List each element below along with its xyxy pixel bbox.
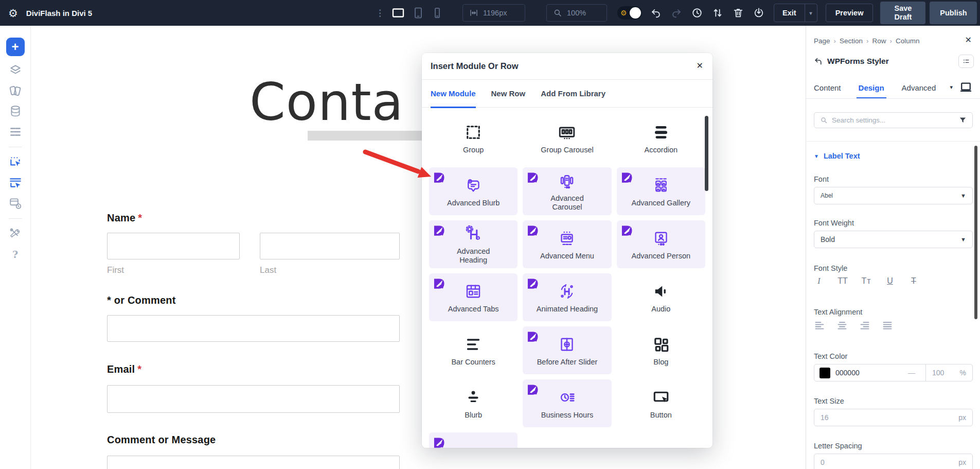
text-size-input[interactable]: 16 px bbox=[814, 409, 973, 426]
module-accordion[interactable]: Accordion bbox=[617, 114, 705, 162]
settings-search-input[interactable] bbox=[832, 116, 955, 124]
module-label: Group Carousel bbox=[541, 146, 593, 154]
align-left-button[interactable] bbox=[814, 320, 825, 331]
module-presets-icon[interactable] bbox=[9, 197, 22, 210]
breadcrumb-item-page[interactable]: Page bbox=[814, 37, 830, 45]
modal-tab-new-module[interactable]: New Module bbox=[431, 80, 476, 108]
settings-search[interactable] bbox=[814, 112, 973, 128]
label-text-section-toggle[interactable]: ▼ Label Text bbox=[814, 152, 860, 160]
modal-scrollbar-thumb[interactable] bbox=[705, 116, 708, 191]
font-style-uppercase-button[interactable]: TT bbox=[838, 276, 848, 286]
module-partial-megaphone[interactable] bbox=[523, 432, 611, 448]
settings-gear-icon[interactable]: ⚙ bbox=[8, 8, 18, 19]
trash-icon[interactable] bbox=[733, 7, 744, 19]
filter-funnel-icon[interactable] bbox=[959, 116, 967, 124]
font-select[interactable]: Abel ▼ bbox=[814, 187, 973, 204]
module-group-carousel[interactable]: Group Carousel bbox=[523, 114, 611, 162]
panel-options-button[interactable] bbox=[958, 55, 974, 68]
module-advanced-blurb[interactable]: Advanced Blurb bbox=[429, 167, 518, 215]
back-arrow-icon[interactable] bbox=[814, 57, 823, 66]
publish-button[interactable]: Publish bbox=[930, 2, 977, 24]
swap-arrows-icon[interactable] bbox=[712, 7, 723, 19]
undo-icon[interactable] bbox=[650, 7, 662, 19]
canvas-width-field[interactable]: 1196px bbox=[462, 4, 525, 22]
database-icon[interactable] bbox=[9, 105, 22, 118]
email-input[interactable] bbox=[107, 385, 400, 413]
page-heading[interactable]: Conta bbox=[250, 72, 404, 132]
wireframe-view-icon[interactable] bbox=[9, 125, 22, 138]
module-blog[interactable]: Blog bbox=[617, 326, 705, 374]
font-weight-select[interactable]: Bold ▼ bbox=[814, 231, 973, 248]
style-presets-icon[interactable] bbox=[9, 84, 22, 97]
module-bar-counters[interactable]: Bar Counters bbox=[429, 326, 518, 374]
module-group[interactable]: Group bbox=[429, 114, 518, 162]
panel-scrollbar-thumb[interactable] bbox=[974, 146, 977, 319]
kebab-menu-icon[interactable]: ⋮ bbox=[376, 8, 384, 19]
tools-icon[interactable] bbox=[9, 227, 22, 240]
or-comment-input[interactable] bbox=[107, 315, 400, 342]
align-right-button[interactable] bbox=[859, 320, 870, 331]
responsive-preview-icon[interactable] bbox=[959, 81, 973, 93]
module-advanced-menu[interactable]: Advanced Menu bbox=[523, 220, 611, 268]
phone-view-icon[interactable] bbox=[431, 7, 443, 19]
modal-close-icon[interactable]: ✕ bbox=[697, 61, 703, 71]
insert-row-mode-icon[interactable] bbox=[9, 176, 22, 189]
font-style-capitalize-button[interactable]: Tᴛ bbox=[861, 276, 871, 286]
portability-icon[interactable] bbox=[753, 7, 764, 19]
breadcrumb-item-column[interactable]: Column bbox=[896, 37, 920, 45]
help-icon[interactable]: ? bbox=[9, 248, 22, 261]
breadcrumb-item-section[interactable]: Section bbox=[840, 37, 863, 45]
module-blurb[interactable]: Blurb bbox=[429, 379, 518, 427]
module-button[interactable]: Button bbox=[617, 379, 705, 427]
exit-caret-icon[interactable]: ▾ bbox=[805, 10, 817, 16]
modal-tab-new-row[interactable]: New Row bbox=[491, 80, 526, 108]
color-picker-field[interactable]: 000000 — bbox=[814, 364, 925, 381]
module-before-after-slider[interactable]: Before After Slider bbox=[523, 326, 611, 374]
exit-button[interactable]: Exit ▾ bbox=[774, 4, 817, 22]
panel-tab-design[interactable]: Design bbox=[859, 83, 884, 99]
panel-tab-advanced[interactable]: Advanced bbox=[902, 83, 936, 99]
panel-tab-content[interactable]: Content bbox=[814, 83, 841, 99]
modal-tab-add-from-library[interactable]: Add From Library bbox=[541, 80, 605, 108]
module-advanced-carousel[interactable]: Advanced Carousel bbox=[523, 167, 611, 215]
last-name-input[interactable] bbox=[260, 233, 400, 259]
insert-module-mode-icon[interactable] bbox=[9, 155, 22, 169]
module-animated-heading[interactable]: Animated Heading bbox=[523, 273, 611, 321]
diviflash-badge-icon bbox=[620, 171, 633, 184]
breadcrumb-item-row[interactable]: Row bbox=[872, 37, 886, 45]
add-module-button[interactable]: + bbox=[6, 38, 25, 56]
module-business-hours[interactable]: Business Hours bbox=[523, 379, 611, 427]
first-name-input[interactable] bbox=[107, 233, 240, 259]
desktop-view-icon[interactable] bbox=[391, 7, 405, 19]
save-draft-button[interactable]: Save Draft bbox=[880, 2, 925, 24]
diviflash-badge-icon bbox=[526, 171, 539, 184]
module-audio[interactable]: Audio bbox=[617, 273, 705, 321]
module-advanced-heading[interactable]: Advanced Heading bbox=[429, 220, 518, 268]
module-label: Bar Counters bbox=[451, 358, 495, 367]
zoom-field[interactable]: 100% bbox=[546, 4, 607, 22]
font-style-strikethrough-button[interactable]: T bbox=[908, 276, 919, 286]
redo-icon[interactable] bbox=[671, 7, 682, 19]
message-field-label: Comment or Message bbox=[107, 434, 216, 446]
history-icon[interactable] bbox=[691, 7, 703, 19]
tablet-view-icon[interactable] bbox=[412, 7, 424, 19]
builder-toggle[interactable]: ⚙ bbox=[617, 6, 642, 20]
tabs-caret-icon[interactable]: ▾ bbox=[950, 84, 953, 91]
font-style-italic-button[interactable]: I bbox=[814, 276, 824, 286]
align-center-button[interactable] bbox=[836, 320, 848, 331]
font-style-underline-button[interactable]: U bbox=[885, 276, 895, 286]
preview-button[interactable]: Preview bbox=[826, 4, 874, 22]
module-advanced-person[interactable]: Advanced Person bbox=[617, 220, 705, 268]
module-partial-circle-dashed[interactable] bbox=[617, 432, 705, 448]
group-icon bbox=[464, 123, 483, 142]
color-swatch[interactable] bbox=[819, 368, 830, 378]
align-justify-button[interactable] bbox=[882, 320, 893, 331]
module-partial-image[interactable] bbox=[429, 432, 518, 448]
module-advanced-tabs[interactable]: Advanced Tabs bbox=[429, 273, 518, 321]
panel-close-icon[interactable]: ✕ bbox=[965, 35, 972, 45]
message-textarea[interactable] bbox=[107, 456, 400, 469]
opacity-field[interactable]: 100 % bbox=[926, 364, 972, 381]
layers-icon[interactable] bbox=[9, 63, 22, 77]
module-advanced-gallery[interactable]: Advanced Gallery bbox=[617, 167, 705, 215]
letter-spacing-input[interactable]: 0 px bbox=[814, 454, 973, 469]
